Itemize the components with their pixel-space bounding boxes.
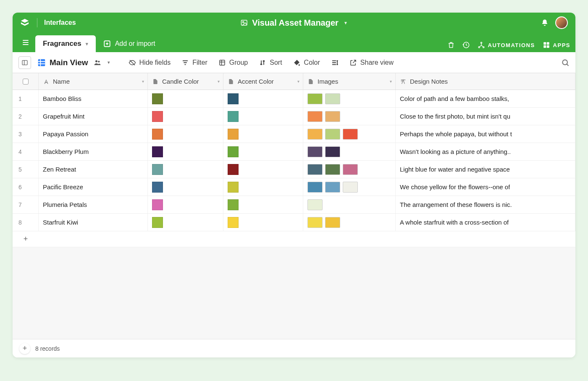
share-view-button[interactable]: Share view [349,59,394,66]
image-thumbnail[interactable] [343,182,358,193]
design-notes-cell[interactable]: Light blue for water and negative space [396,161,575,178]
candle-color-cell[interactable] [148,196,223,213]
row-number-cell[interactable]: 7 [13,196,39,213]
name-cell[interactable]: Zen Retreat [39,161,148,178]
filter-button[interactable]: Filter [181,59,207,66]
image-thumbnail[interactable] [325,164,340,175]
hide-fields-button[interactable]: Hide fields [129,59,171,66]
design-notes-cell[interactable]: A whole starfruit with a cross-section o… [396,214,575,231]
view-switcher[interactable]: Main View ▾ [37,58,110,67]
image-thumbnail[interactable] [343,129,358,140]
table-row[interactable]: 5Zen RetreatLight blue for water and neg… [13,161,575,178]
add-or-import-button[interactable]: Add or import [103,35,155,52]
table-row[interactable]: 7Plumeria PetalsThe arrangement of these… [13,196,575,214]
bell-icon[interactable] [541,19,549,26]
user-avatar[interactable] [555,16,568,29]
accent-color-cell[interactable] [223,178,303,196]
design-notes-cell[interactable]: Color of path and a few bamboo stalks, [396,90,575,107]
select-all-cell[interactable] [13,73,39,90]
accent-color-cell[interactable] [223,125,303,143]
accent-color-cell[interactable] [223,161,303,178]
images-cell[interactable] [303,178,396,196]
design-notes-cell[interactable]: Wasn't looking as a picture of anything.… [396,143,575,160]
image-thumbnail[interactable] [307,182,323,193]
row-number-cell[interactable]: 5 [13,161,39,178]
accent-color-cell[interactable] [223,108,303,125]
row-height-button[interactable] [331,59,339,66]
base-title-dropdown[interactable]: Visual Asset Manager ▼ [240,18,348,28]
sort-button[interactable]: Sort [259,59,282,66]
image-thumbnail[interactable] [325,93,340,104]
menu-icon[interactable] [18,34,34,50]
row-number-cell[interactable]: 8 [13,214,39,231]
image-thumbnail[interactable] [325,146,340,157]
search-icon[interactable] [561,58,570,67]
image-thumbnail[interactable] [307,129,323,140]
caret-down-icon[interactable]: ▾ [218,79,220,84]
table-row[interactable]: 8Starfruit KiwiA whole starfruit with a … [13,214,575,231]
design-notes-cell[interactable]: The arrangement of these flowers is nic. [396,196,575,213]
row-number-cell[interactable]: 6 [13,178,39,196]
name-cell[interactable]: Blackberry Plum [39,143,148,160]
automations-button[interactable]: AUTOMATIONS [478,41,535,49]
add-record-button[interactable]: + [19,343,30,354]
name-cell[interactable]: Starfruit Kiwi [39,214,148,231]
add-row-button[interactable]: + [13,231,575,247]
caret-down-icon[interactable]: ▾ [142,79,144,84]
candle-color-cell[interactable] [148,125,223,143]
image-thumbnail[interactable] [325,111,340,122]
name-cell[interactable]: Plumeria Petals [39,196,148,213]
candle-color-cell[interactable] [148,90,223,107]
caret-down-icon[interactable]: ▾ [86,41,88,47]
name-cell[interactable]: Bamboo Bliss [39,90,148,107]
caret-down-icon[interactable]: ▾ [297,79,299,84]
image-thumbnail[interactable] [343,164,358,175]
image-thumbnail[interactable] [325,182,340,193]
image-thumbnail[interactable] [307,146,323,157]
image-thumbnail[interactable] [307,93,323,104]
table-row[interactable]: 2Grapefruit MintClose to the first photo… [13,108,575,125]
row-number-cell[interactable]: 3 [13,125,39,143]
row-number-cell[interactable]: 4 [13,143,39,160]
candle-color-cell[interactable] [148,108,223,125]
images-cell[interactable] [303,196,396,213]
image-thumbnail[interactable] [325,217,340,228]
images-cell[interactable] [303,214,396,231]
design-notes-cell[interactable]: We chose yellow for the flowers--one of [396,178,575,196]
accent-color-cell[interactable] [223,214,303,231]
images-cell[interactable] [303,161,396,178]
images-cell[interactable] [303,143,396,160]
row-number-cell[interactable]: 1 [13,90,39,107]
candle-color-cell[interactable] [148,143,223,160]
accent-color-cell[interactable] [223,143,303,160]
name-cell[interactable]: Pacific Breeze [39,178,148,196]
column-header-name[interactable]: Name ▾ [39,73,148,90]
accent-color-cell[interactable] [223,90,303,107]
candle-color-cell[interactable] [148,178,223,196]
images-cell[interactable] [303,125,396,143]
image-thumbnail[interactable] [307,217,323,228]
name-cell[interactable]: Grapefruit Mint [39,108,148,125]
row-number-cell[interactable]: 2 [13,108,39,125]
caret-down-icon[interactable]: ▾ [390,79,392,84]
apps-button[interactable]: APPS [543,41,570,49]
color-button[interactable]: Color [293,59,320,66]
logo-icon[interactable] [20,18,29,27]
image-thumbnail[interactable] [307,111,323,122]
trash-icon[interactable] [447,41,455,49]
group-button[interactable]: Group [218,59,248,66]
column-header-candle-color[interactable]: Candle Color ▾ [148,73,223,90]
candle-color-cell[interactable] [148,161,223,178]
image-thumbnail[interactable] [325,129,340,140]
image-thumbnail[interactable] [307,199,323,210]
history-icon[interactable] [462,41,470,49]
accent-color-cell[interactable] [223,196,303,213]
images-cell[interactable] [303,90,396,107]
table-row[interactable]: 3Papaya PassionPerhaps the whole papaya,… [13,125,575,143]
candle-color-cell[interactable] [148,214,223,231]
checkbox[interactable] [23,79,29,85]
table-row[interactable]: 6Pacific BreezeWe chose yellow for the f… [13,178,575,196]
name-cell[interactable]: Papaya Passion [39,125,148,143]
tab-fragrances[interactable]: Fragrances ▾ [35,35,96,52]
images-cell[interactable] [303,108,396,125]
